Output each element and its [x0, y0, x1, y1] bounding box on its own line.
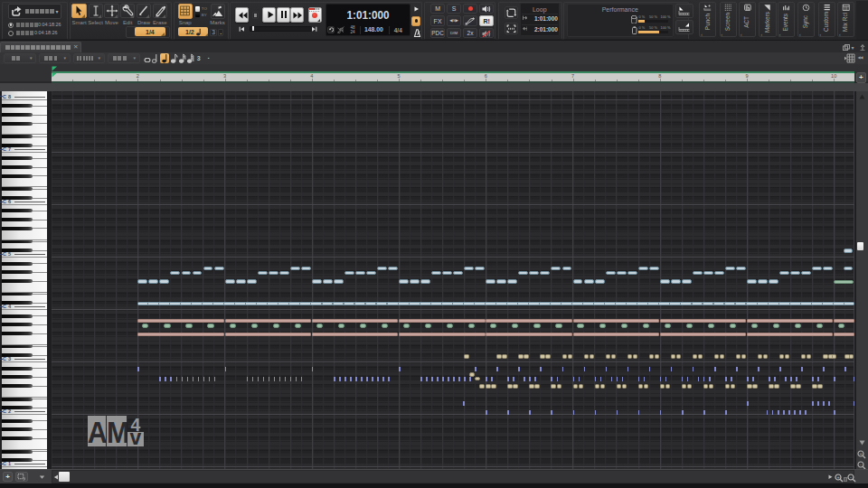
svg-text:-: - [860, 461, 862, 466]
svg-text:+: + [859, 450, 862, 455]
svg-text:-: - [850, 474, 852, 479]
svg-text:+: + [836, 474, 839, 479]
